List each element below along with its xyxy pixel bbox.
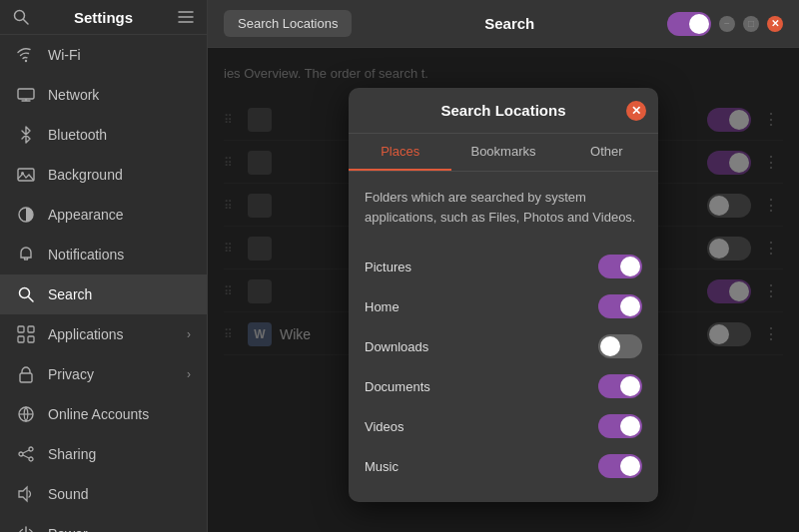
sidebar-item-appearance[interactable]: Appearance [0,195,207,235]
network-icon [16,85,36,105]
sidebar-item-privacy[interactable]: Privacy › [0,354,207,394]
sound-icon [16,484,36,504]
applications-arrow-icon: › [187,327,191,341]
sidebar-item-notifications[interactable]: Notifications [0,235,207,274]
svg-rect-20 [28,336,34,342]
location-pictures-label: Pictures [365,260,411,274]
sidebar-item-sound-label: Sound [48,486,191,502]
svg-line-1 [24,20,29,25]
modal-title: Search Locations [440,102,565,119]
tab-bookmarks[interactable]: Bookmarks [451,134,554,171]
location-home-label: Home [365,299,400,314]
svg-rect-21 [20,373,32,382]
search-locations-modal: Search Locations ✕ Places Bookmarks Othe… [349,88,658,502]
svg-line-16 [29,297,34,302]
location-downloads-label: Downloads [365,339,428,354]
downloads-toggle[interactable] [598,334,642,358]
sidebar-item-notifications-label: Notifications [48,247,191,263]
power-icon [16,524,36,532]
svg-rect-6 [18,89,34,99]
notifications-icon [16,245,36,265]
header-toggle[interactable] [667,12,711,36]
documents-toggle[interactable] [598,374,642,398]
location-row-music: Music [365,446,642,486]
main-body: ies Overview. The order of search t. ⠿ ⋮… [208,48,799,532]
pictures-toggle[interactable] [598,255,642,278]
modal-close-button[interactable]: ✕ [626,101,646,121]
location-row-videos: Videos [365,406,642,446]
modal-body: Folders which are searched by system app… [349,172,658,502]
home-toggle[interactable] [598,294,642,318]
main-header-title: Search [360,15,659,32]
sidebar-item-bluetooth[interactable]: Bluetooth [0,115,207,155]
tab-places[interactable]: Places [349,134,451,171]
sidebar-item-online-accounts-label: Online Accounts [48,406,191,422]
privacy-icon [16,364,36,384]
sidebar-item-power-label: Power [48,526,191,532]
sharing-icon [16,444,36,464]
online-accounts-icon [16,404,36,424]
svg-point-25 [19,452,23,456]
modal-overlay: Search Locations ✕ Places Bookmarks Othe… [208,48,799,532]
main-header: Search Locations Search − □ ✕ [208,0,799,48]
search-icon [16,284,36,304]
sidebar-item-network[interactable]: Network [0,75,207,115]
bluetooth-icon [16,125,36,145]
svg-rect-18 [28,326,34,332]
window-close-button[interactable]: ✕ [767,16,783,32]
svg-rect-17 [18,326,24,332]
background-icon [16,165,36,185]
sidebar-item-privacy-label: Privacy [48,366,187,382]
sidebar-item-wifi-label: Wi-Fi [48,47,191,63]
svg-rect-19 [18,336,24,342]
sidebar-item-bluetooth-label: Bluetooth [48,127,191,143]
svg-point-26 [29,457,33,461]
svg-line-28 [23,455,29,458]
privacy-arrow-icon: › [187,367,191,381]
sidebar: Settings Wi-Fi [0,0,208,532]
svg-point-24 [29,447,33,451]
modal-header: Search Locations ✕ [349,88,658,134]
svg-rect-9 [18,169,34,181]
apps-icon [16,324,36,344]
sidebar-item-network-label: Network [48,87,191,103]
sidebar-header: Settings [0,0,207,35]
sidebar-search-icon[interactable] [12,8,30,26]
window-minimize-button[interactable]: − [719,16,735,32]
sidebar-item-online-accounts[interactable]: Online Accounts [0,394,207,434]
sidebar-item-sharing-label: Sharing [48,446,191,462]
location-music-label: Music [365,459,399,474]
modal-description: Folders which are searched by system app… [365,188,642,227]
location-row-home: Home [365,286,642,326]
sidebar-menu-icon[interactable] [177,8,195,26]
wifi-icon [16,45,36,65]
main-content: Search Locations Search − □ ✕ ies Overvi… [208,0,799,532]
sidebar-title: Settings [74,9,133,26]
music-toggle[interactable] [598,454,642,478]
sidebar-item-applications[interactable]: Applications › [0,314,207,354]
appearance-icon [16,205,36,225]
sidebar-item-applications-label: Applications [48,326,187,342]
location-documents-label: Documents [365,379,430,394]
modal-tabs: Places Bookmarks Other [349,134,658,172]
sidebar-item-wifi[interactable]: Wi-Fi [0,35,207,75]
sidebar-item-search[interactable]: Search [0,274,207,314]
location-row-documents: Documents [365,366,642,406]
sidebar-item-search-label: Search [48,286,191,302]
search-locations-button[interactable]: Search Locations [224,10,352,37]
location-videos-label: Videos [365,419,404,434]
location-row-downloads: Downloads [365,326,642,366]
sidebar-item-sharing[interactable]: Sharing [0,434,207,474]
sidebar-item-appearance-label: Appearance [48,207,191,223]
window-maximize-button[interactable]: □ [743,16,759,32]
sidebar-item-background[interactable]: Background [0,155,207,195]
tab-other[interactable]: Other [555,134,658,171]
sidebar-item-background-label: Background [48,167,191,183]
sidebar-item-power[interactable]: Power [0,514,207,532]
location-row-pictures: Pictures [365,247,642,286]
videos-toggle[interactable] [598,414,642,438]
svg-marker-29 [19,487,27,501]
sidebar-item-sound[interactable]: Sound [0,474,207,514]
svg-line-27 [23,450,29,453]
svg-point-5 [25,60,27,62]
